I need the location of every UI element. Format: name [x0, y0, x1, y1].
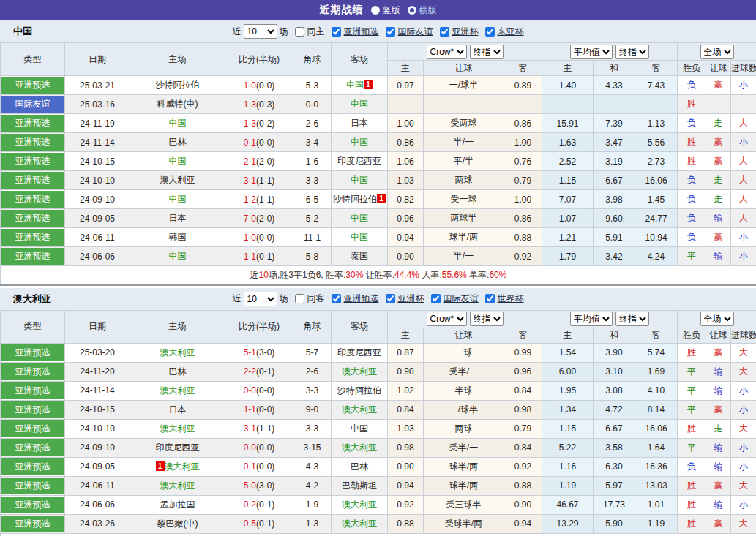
match-date: 24-03-26 [65, 514, 130, 533]
odds-handicap: 球半/两 [424, 457, 504, 476]
competition-label[interactable]: 亚洲预选 [344, 26, 379, 38]
team-name-text: 澳大利亚 [342, 499, 377, 510]
avg-home: 1.21 [542, 228, 594, 247]
layout-option-vertical[interactable]: 竖版 [371, 4, 400, 17]
corner-score: 3-4 [293, 133, 332, 152]
team-name-text: 澳大利亚 [160, 480, 195, 491]
result-handicap: 赢 [706, 514, 731, 533]
score-cell: 1-0(0-0) [225, 228, 293, 247]
competition-label[interactable]: 国际友谊 [398, 26, 433, 38]
home-team: 澳大利亚 [130, 419, 225, 438]
match-type-cell: 亚洲预选 [1, 190, 65, 209]
layout-option-horizontal[interactable]: 横版 [408, 4, 437, 17]
match-type-badge: 亚洲预选 [1, 382, 64, 399]
competition-label[interactable]: 世界杯 [498, 292, 524, 305]
odds-handicap: 两球 [424, 419, 504, 438]
team-name-text: 澳大利亚 [342, 518, 377, 529]
match-date: 24-06-11 [65, 476, 130, 495]
radio-selected-icon[interactable] [371, 6, 380, 15]
avg-source-select[interactable]: 平均值 [570, 312, 613, 326]
match-date: 24-09-05 [65, 457, 130, 476]
competition-label[interactable]: 亚洲预选 [344, 292, 379, 305]
away-team: 澳大利亚 [332, 514, 388, 533]
avg-source-select[interactable]: 平均值 [570, 45, 613, 59]
competition-checkbox[interactable] [431, 294, 441, 303]
result-goals: 大 [731, 419, 756, 438]
competition-checkbox[interactable] [386, 294, 395, 303]
match-row: 亚洲预选24-10-10澳大利亚3-1(1-1)3-3中国1.03两球0.791… [1, 419, 756, 438]
odds-source-select[interactable]: Crow* [427, 312, 467, 326]
avg-away: 4.24 [635, 247, 678, 266]
sub-column-header: 和 [594, 61, 635, 76]
halftime-score: (2-0) [256, 214, 274, 224]
away-team: 日本 [332, 114, 388, 133]
avg-home: 1.19 [542, 476, 594, 495]
odds-home: 0.97 [388, 76, 424, 95]
competition-checkbox[interactable] [485, 27, 495, 37]
fulltime-score: 1-3 [244, 118, 256, 129]
odds-source-select[interactable]: Crow* [427, 45, 467, 59]
competition-checkbox[interactable] [386, 27, 395, 37]
match-type-cell: 亚洲预选 [1, 419, 65, 438]
odds-away: 0.90 [504, 495, 542, 514]
competition-checkbox[interactable] [485, 294, 495, 303]
home-team: 韩国 [130, 228, 225, 247]
odds-group-header: Crow*终指 [388, 43, 542, 61]
competition-label[interactable]: 亚洲杯 [452, 26, 479, 38]
odds-home: 0.87 [388, 343, 424, 362]
match-type-badge: 亚洲预选 [1, 115, 64, 132]
competition-checkbox[interactable] [332, 294, 341, 303]
match-count-select[interactable]: 10 [244, 292, 277, 306]
halftime-score: (0-0) [256, 80, 274, 91]
odds-home: 0.90 [388, 362, 424, 381]
home-team: 巴林 [130, 362, 225, 381]
home-team: 印度尼西亚 [130, 438, 225, 457]
match-row: 国际友谊25-03-16科威特(中)1-3(0-3)0-0中国胜 [1, 95, 756, 114]
odds-handicap: 一球 [424, 343, 504, 362]
fulltime-score: 2-1 [244, 156, 256, 167]
match-count-select[interactable]: 10 [244, 24, 277, 39]
same-venue-label: 同主 [307, 26, 325, 38]
competition-label[interactable]: 国际友谊 [444, 292, 479, 305]
corner-score: 5-8 [293, 247, 332, 266]
score-cell: 7-0(2-0) [225, 209, 293, 228]
team-name-text: 日本 [169, 404, 187, 415]
result-handicap: 输 [706, 438, 731, 457]
odds-final-select[interactable]: 终指 [470, 312, 504, 326]
column-header: 角球 [293, 43, 332, 76]
competition-checkbox[interactable] [440, 27, 449, 37]
same-venue-checkbox[interactable] [295, 294, 304, 303]
match-row: 亚洲预选25-03-20澳大利亚5-1(3-0)5-7印度尼西亚0.87一球0.… [1, 343, 756, 362]
odds-handicap: 半球 [424, 381, 504, 400]
match-type-badge: 亚洲预选 [1, 458, 64, 475]
competition-checkbox[interactable] [332, 27, 341, 37]
match-date: 24-09-10 [65, 190, 130, 209]
result-goals: 大 [731, 343, 756, 362]
competition-label[interactable]: 东亚杯 [498, 26, 524, 38]
radio-unselected-icon[interactable] [408, 6, 416, 15]
odds-final-select[interactable]: 终指 [470, 45, 504, 59]
header-row-groups: 类型日期主场比分(半场)角球客场Crow*终指平均值终指全场 [1, 310, 756, 328]
match-type-cell: 亚洲预选 [1, 514, 65, 533]
competition-label[interactable]: 亚洲杯 [398, 292, 424, 305]
avg-final-select[interactable]: 终指 [615, 45, 649, 59]
match-type-badge: 亚洲预选 [1, 344, 64, 361]
avg-home [542, 95, 594, 114]
avg-draw: 17.73 [594, 495, 635, 514]
match-type-badge: 亚洲预选 [1, 478, 64, 494]
scope-select[interactable]: 全场 [700, 312, 734, 326]
avg-final-select[interactable]: 终指 [615, 312, 649, 326]
scope-select[interactable]: 全场 [700, 45, 734, 59]
away-team: 巴勒斯坦 [332, 476, 388, 495]
odds-away: 1.00 [504, 190, 542, 209]
games-label: 场 [280, 26, 288, 38]
team-name-text: 澳大利亚 [342, 366, 377, 377]
odds-away: 0.86 [504, 114, 542, 133]
fulltime-score: 2-2 [244, 366, 256, 377]
avg-away: 1.69 [635, 362, 678, 381]
result-goals: 大 [731, 114, 756, 133]
odds-handicap: 一/球半 [424, 76, 504, 95]
same-venue-checkbox[interactable] [295, 27, 304, 37]
result-handicap: 走 [706, 190, 731, 209]
result-winlose: 平 [678, 247, 706, 266]
